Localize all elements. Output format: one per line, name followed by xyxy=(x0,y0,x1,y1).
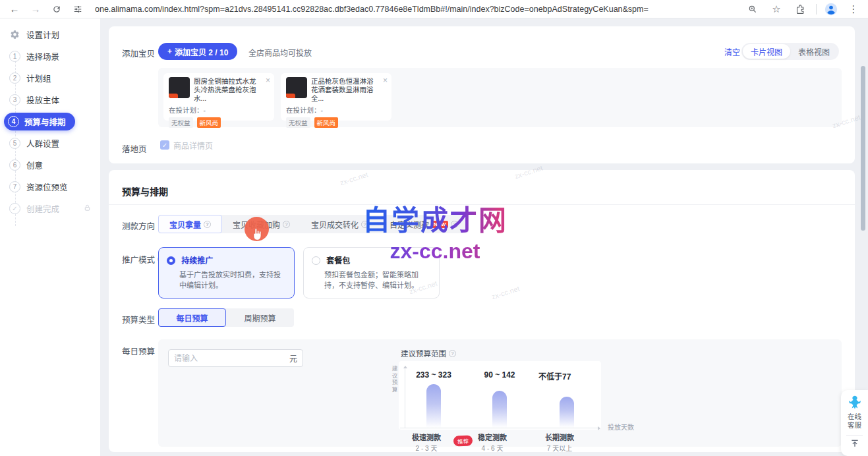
hand-cursor-icon xyxy=(250,227,264,241)
x-axis xyxy=(400,428,600,428)
add-items-hint: 全店商品均可投放 xyxy=(248,47,312,58)
product-thumbnail xyxy=(286,77,307,98)
chart-bar-1 xyxy=(492,391,507,428)
sidebar-item-placement-preview[interactable]: 7 资源位预览 xyxy=(0,176,100,198)
profile-avatar[interactable] xyxy=(825,3,838,16)
mode-option-title: 持续推广 xyxy=(181,254,213,266)
budget-schedule-card: 预算与排期 测款方向 宝贝拿量 宝贝收藏加购 宝贝成交转化 自定义测款 NEW … xyxy=(109,170,855,452)
add-item-button[interactable]: + 添加宝贝 2 / 10 xyxy=(158,43,237,60)
sidebar-item-label: 资源位预览 xyxy=(26,181,68,193)
url-bar[interactable]: one.alimama.com/index.html?spm=a21dvs.28… xyxy=(95,5,738,14)
back-icon[interactable]: ← xyxy=(7,1,22,17)
product-thumbnail xyxy=(169,77,190,98)
step-number: 6 xyxy=(9,159,20,171)
sidebar-item-plan-group[interactable]: 2 计划组 xyxy=(0,67,100,89)
landing-option-label: 商品详情页 xyxy=(173,140,213,151)
no-rights-badge: 无权益 xyxy=(286,117,310,128)
radio-selected-icon xyxy=(167,256,175,265)
zoom-icon[interactable] xyxy=(745,1,761,17)
mode-option-package[interactable]: 套餐包 预扣套餐包金额；智能策略加持，不支持暂停、编辑计划。 xyxy=(303,247,440,299)
landing-page-label: 落地页 xyxy=(122,142,147,155)
budget-type-tabs: 每日预算 周期预算 xyxy=(158,308,294,327)
table-view-tab[interactable]: 表格视图 xyxy=(790,44,838,59)
sidebar-item-label: 计划组 xyxy=(26,72,51,84)
chart-category: 稳定测款 4 - 6 天 xyxy=(456,432,529,453)
sidebar-item-complete: ✓ 创建完成 xyxy=(0,198,100,219)
radio-unselected-icon xyxy=(312,256,320,265)
bookmark-star-icon[interactable]: ☆ xyxy=(768,1,784,17)
sidebar-header-label: 设置计划 xyxy=(26,28,59,41)
sidebar-item-promo-subject[interactable]: 3 投放主体 xyxy=(0,89,100,111)
new-badge: NEW xyxy=(432,221,448,228)
tab-baobei-naliang[interactable]: 宝贝拿量 xyxy=(158,215,222,233)
sidebar-item-label: 人群设置 xyxy=(26,137,59,150)
forward-icon[interactable]: → xyxy=(28,1,43,17)
tab-daily-budget[interactable]: 每日预算 xyxy=(158,308,226,327)
steps-sidebar: 设置计划 1 选择场景 2 计划组 3 投放主体 4 预算与排期 5 人群设置 … xyxy=(0,18,100,456)
tab-custom-test[interactable]: 自定义测款 NEW xyxy=(379,215,469,233)
step-number: 4 xyxy=(8,116,19,127)
chart-category: 极速测款 2 - 3 天 xyxy=(390,432,463,453)
widget-divider xyxy=(846,435,863,436)
info-icon[interactable] xyxy=(451,221,458,228)
info-icon[interactable] xyxy=(449,350,456,357)
clear-all-link[interactable]: 清空 xyxy=(724,46,740,57)
sidebar-item-label: 投放主体 xyxy=(26,94,59,106)
product-card: 厨房全铜抽拉式水龙头冷热洗菜盘枪灰泡水... × 在投计划：- 无权益 新风尚 xyxy=(163,73,274,121)
test-direction-tabs: 宝贝拿量 宝贝收藏加购 宝贝成交转化 自定义测款 NEW xyxy=(158,215,469,233)
info-icon[interactable] xyxy=(204,221,211,228)
site-info-icon[interactable] xyxy=(70,1,86,17)
vertical-scrollbar[interactable] xyxy=(861,66,865,231)
new-trend-badge: 新风尚 xyxy=(197,117,221,128)
budget-type-label: 预算类型 xyxy=(122,313,155,326)
customer-service-widget[interactable]: 在线 客服 xyxy=(841,390,868,456)
mode-option-continuous[interactable]: 持续推广 基于广告投放实时扣费，支持投中编辑计划。 xyxy=(158,247,295,299)
sidebar-header-setup-plan: 设置计划 xyxy=(0,24,100,45)
sidebar-item-creative[interactable]: 6 创意 xyxy=(0,154,100,176)
check-circle-icon: ✓ xyxy=(9,203,20,214)
view-toggle: 卡片视图 表格视图 xyxy=(741,43,839,60)
step-number: 2 xyxy=(9,72,20,84)
direction-label: 测款方向 xyxy=(122,219,155,232)
step-number: 3 xyxy=(9,94,20,105)
add-item-button-label: 添加宝贝 2 / 10 xyxy=(175,46,228,57)
add-items-card: 添加宝贝 + 添加宝贝 2 / 10 全店商品均可投放 清空 卡片视图 表格视图… xyxy=(109,26,855,163)
chart-bar-0 xyxy=(426,384,441,428)
chart-y-axis-label: 建议预算 xyxy=(390,366,398,393)
product-plan-status: 在投计划：- xyxy=(169,105,269,115)
mode-option-desc: 预扣套餐包金额；智能策略加持，不支持暂停、编辑计划。 xyxy=(312,270,431,291)
chart-category: 长期测款 7 天以上 xyxy=(523,432,596,453)
plus-icon: + xyxy=(167,47,172,56)
mascot-icon xyxy=(846,394,863,411)
product-plan-status: 在投计划：- xyxy=(286,105,386,115)
product-list-panel: 厨房全铜抽拉式水龙头冷热洗菜盘枪灰泡水... × 在投计划：- 无权益 新风尚 … xyxy=(158,68,842,127)
browser-toolbar: ← → one.alimama.com/index.html?spm=a21dv… xyxy=(0,0,868,18)
tab-period-budget[interactable]: 周期预算 xyxy=(226,308,294,327)
sidebar-item-budget-schedule[interactable]: 4 预算与排期 xyxy=(0,111,100,132)
sidebar-item-audience[interactable]: 5 人群设置 xyxy=(0,132,100,154)
click-highlight-cursor xyxy=(245,217,269,241)
toolbar-divider xyxy=(816,4,817,14)
landing-checkbox[interactable]: ✓ xyxy=(160,140,169,150)
step-number: 7 xyxy=(9,181,20,192)
bar-value-label: 233 ~ 323 xyxy=(401,370,467,380)
menu-dots-icon[interactable]: ⋮ xyxy=(846,1,861,17)
info-icon[interactable] xyxy=(361,221,368,228)
settings-gear-icon xyxy=(9,29,20,40)
budget-input[interactable] xyxy=(174,354,289,363)
tab-conversion[interactable]: 宝贝成交转化 xyxy=(301,215,379,233)
section-title: 预算与排期 xyxy=(122,185,168,198)
close-icon[interactable]: × xyxy=(266,76,270,85)
back-to-top-icon[interactable] xyxy=(850,440,859,447)
close-icon[interactable]: × xyxy=(383,76,388,85)
extensions-icon[interactable] xyxy=(792,1,808,17)
info-icon[interactable] xyxy=(283,221,290,228)
sidebar-item-select-scene[interactable]: 1 选择场景 xyxy=(0,45,100,67)
reload-icon[interactable] xyxy=(49,1,65,17)
budget-input-wrap: 元 xyxy=(168,349,303,367)
add-items-label: 添加宝贝 xyxy=(122,47,155,59)
chart-title: 建议预算范围 xyxy=(401,348,456,358)
card-view-tab[interactable]: 卡片视图 xyxy=(743,44,790,59)
service-label: 在线 客服 xyxy=(848,413,861,430)
sidebar-item-label: 选择场景 xyxy=(26,50,59,63)
